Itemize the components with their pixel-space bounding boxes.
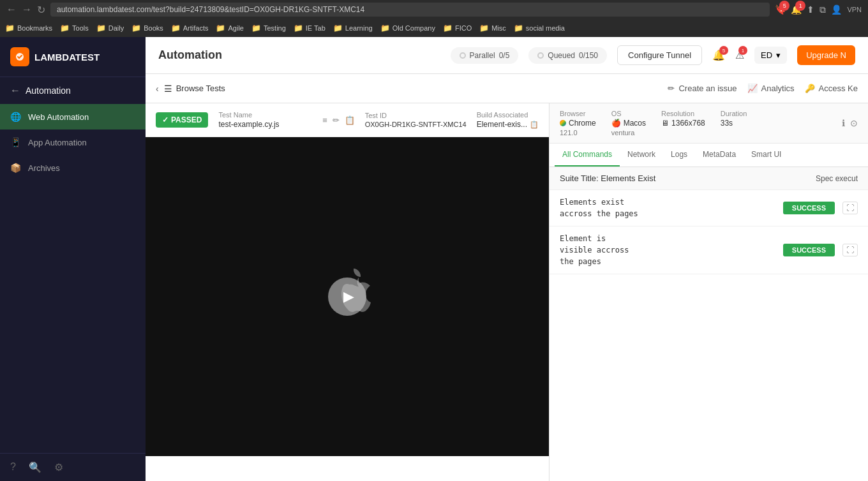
bookmark-tools[interactable]: 📁 Tools (60, 24, 89, 33)
bookmark-ie-tab[interactable]: 📁 IE Tab (294, 24, 326, 33)
sidebar-back-button[interactable]: ← (10, 85, 20, 96)
user-initials: ED (761, 50, 772, 60)
ext-count-2: 1 (795, 1, 805, 11)
tab-smart-ui-label: Smart UI (751, 150, 781, 159)
toolbar-right: ✏ Create an issue 📈 Analytics 🔑 Access K… (668, 84, 858, 93)
notification-button[interactable]: 🔔 5 (712, 49, 725, 61)
os-info-item: OS 🍎 Macos ventura (611, 110, 646, 137)
share-name-icon[interactable]: 📋 (345, 115, 355, 125)
edit-name-icon[interactable]: ≡ (322, 115, 327, 125)
test-meta: ✓ PASSED Test Name test-example.cy.js ≡ … (146, 103, 549, 137)
tab-smart-ui[interactable]: Smart UI (744, 144, 789, 166)
browser-action-profile[interactable]: 👤 (831, 4, 842, 15)
ext-count-1: 5 (779, 1, 789, 11)
help-icon[interactable]: ? (10, 461, 16, 473)
bookmark-misc[interactable]: 📁 Misc (479, 24, 506, 33)
bookmark-label-misc: Misc (491, 24, 506, 32)
nav-forward-button[interactable]: → (22, 4, 32, 15)
duration-info-item: Duration 33s (721, 110, 747, 137)
tab-network[interactable]: Network (620, 144, 663, 166)
toolbar-back-button[interactable]: ‹ (156, 84, 159, 94)
sidebar-item-archives[interactable]: 📦 Archives (0, 155, 146, 181)
browse-tests-button[interactable]: ☰ Browse Tests (164, 84, 225, 94)
bookmark-label-ie-tab: IE Tab (306, 24, 326, 32)
copy-name-icon[interactable]: ✏ (333, 115, 340, 125)
tab-all-commands[interactable]: All Commands (555, 144, 620, 166)
nav-back-button[interactable]: ← (6, 4, 17, 15)
bookmark-label-learning: Learning (345, 24, 373, 32)
info-icon[interactable]: ℹ (842, 118, 845, 128)
bookmark-old-company[interactable]: 📁 Old Company (380, 24, 435, 33)
browser-action-share[interactable]: ⬆ (807, 4, 814, 15)
queued-label: Queued (548, 51, 575, 60)
tab-logs-label: Logs (671, 150, 687, 159)
vpn-label: VPN (847, 6, 862, 13)
bookmark-bookmarks[interactable]: 📁 Bookmarks (5, 24, 52, 33)
queued-value: 0/150 (579, 51, 598, 60)
alert-button[interactable]: ⚠ 1 (735, 49, 744, 61)
test-id-field: Test ID OX0GH-DR1KG-SNTFT-XMC14 (365, 112, 467, 128)
sidebar-item-label-archives: Archives (28, 163, 60, 173)
analytics-icon: 📈 (747, 84, 758, 93)
folder-icon-testing: 📁 (251, 24, 261, 33)
nav-reload-button[interactable]: ↻ (37, 4, 45, 16)
url-text: automation.lambdatest.com/test?build=247… (57, 5, 364, 14)
sidebar-footer: ? 🔍 ⚙ (0, 453, 146, 481)
expand-button-1[interactable]: ⛶ (842, 244, 858, 256)
suite-title-label: Suite Title: (560, 174, 599, 183)
bookmark-testing[interactable]: 📁 Testing (251, 24, 286, 33)
bookmark-fico[interactable]: 📁 FICO (443, 24, 472, 33)
upgrade-button[interactable]: Upgrade N (797, 45, 855, 65)
bookmark-daily[interactable]: 📁 Daily (96, 24, 124, 33)
bookmark-artifacts[interactable]: 📁 Artifacts (171, 24, 209, 33)
browse-tests-label: Browse Tests (176, 84, 225, 93)
copy-build-icon[interactable]: 📋 (530, 121, 539, 129)
create-issue-button[interactable]: ✏ Create an issue (668, 84, 737, 93)
duration-text: 33s (721, 119, 733, 128)
bookmark-label-old-company: Old Company (393, 24, 435, 32)
folder-icon-social: 📁 (514, 24, 523, 33)
search-icon[interactable]: 🔍 (29, 461, 41, 473)
sidebar-item-label-app: App Automation (28, 138, 87, 147)
bookmark-label-social: social media (526, 24, 565, 32)
sidebar-item-app-automation[interactable]: 📱 App Automation (0, 130, 146, 155)
extension-badge-1: 🔖 5 (775, 4, 786, 15)
play-button[interactable]: ▶ (328, 278, 366, 316)
video-container[interactable]: ▶ (146, 137, 549, 456)
bookmark-books[interactable]: 📁 Books (131, 24, 163, 33)
tab-logs[interactable]: Logs (663, 144, 695, 166)
sidebar-logo: LAMBDATEST (0, 37, 146, 77)
address-bar[interactable]: automation.lambdatest.com/test?build=247… (50, 3, 770, 17)
expand-button-0[interactable]: ⛶ (842, 202, 858, 214)
alert-count: 1 (738, 46, 747, 55)
sidebar-nav: 🌐 Web Automation 📱 App Automation 📦 Arch… (0, 104, 146, 453)
analytics-button[interactable]: 📈 Analytics (747, 84, 795, 93)
build-label: Build Associated (477, 111, 539, 119)
bookmark-label-books: Books (144, 24, 163, 32)
notification-count: 5 (719, 46, 728, 55)
bookmark-social-media[interactable]: 📁 social media (514, 24, 565, 33)
parallel-value: 0/5 (499, 51, 510, 60)
bookmarks-bar: 📁 Bookmarks 📁 Tools 📁 Daily 📁 Books 📁 Ar… (0, 19, 868, 37)
toolbar-left: ‹ ☰ Browse Tests (156, 84, 660, 94)
folder-icon-fico: 📁 (443, 24, 453, 33)
user-menu-button[interactable]: ED ▾ (754, 47, 787, 64)
success-badge-0: SUCCESS (783, 202, 835, 214)
browser-action-layout[interactable]: ⧉ (819, 4, 826, 15)
bookmark-label-tools: Tools (72, 24, 89, 32)
more-icon[interactable]: ⊙ (850, 118, 858, 128)
os-version: ventura (611, 129, 646, 137)
access-key-button[interactable]: 🔑 Access Ke (805, 84, 858, 93)
suite-title-value: Elements Exist (601, 174, 655, 183)
folder-icon-tools: 📁 (60, 24, 70, 33)
build-value-row: Element-exis... 📋 (477, 120, 539, 129)
settings-icon[interactable]: ⚙ (54, 461, 63, 473)
chrome-circle-icon (560, 120, 566, 126)
status-badge: ✓ PASSED (156, 112, 208, 128)
configure-tunnel-button[interactable]: Configure Tunnel (617, 45, 702, 65)
sidebar-item-web-automation[interactable]: 🌐 Web Automation (0, 104, 146, 130)
bookmark-learning[interactable]: 📁 Learning (333, 24, 373, 33)
bookmark-agile[interactable]: 📁 Agile (216, 24, 243, 33)
tab-metadata[interactable]: MetaData (695, 144, 744, 166)
bookmark-label: Bookmarks (17, 24, 52, 32)
